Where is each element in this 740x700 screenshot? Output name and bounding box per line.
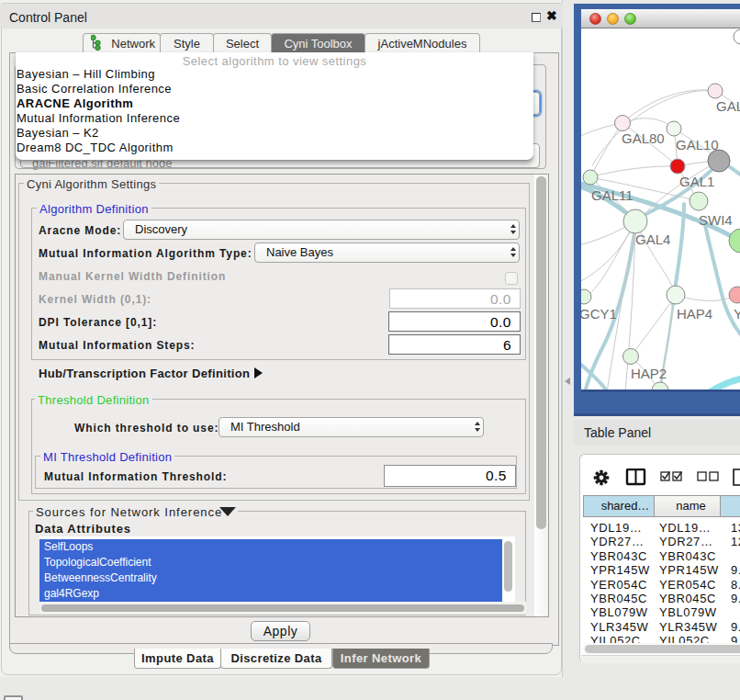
svg-text:GAL80: GAL80 xyxy=(622,130,665,146)
svg-text:GAL2: GAL2 xyxy=(716,98,740,114)
svg-text:GCY1: GCY1 xyxy=(581,306,617,322)
svg-text:SWI4: SWI4 xyxy=(699,212,733,228)
svg-text:HAP4: HAP4 xyxy=(677,306,712,322)
svg-text:HAP2: HAP2 xyxy=(631,366,667,381)
svg-text:Y: Y xyxy=(734,306,740,322)
svg-text:GAL11: GAL11 xyxy=(591,187,633,203)
svg-text:GAL10: GAL10 xyxy=(676,137,719,152)
svg-text:GAL4: GAL4 xyxy=(635,231,670,247)
svg-text:GAL1: GAL1 xyxy=(679,174,714,189)
